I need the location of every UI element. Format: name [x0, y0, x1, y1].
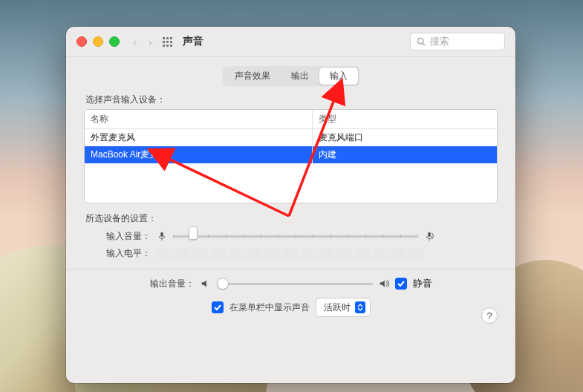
search-icon [417, 37, 426, 46]
table-header: 名称 类型 [85, 110, 497, 129]
window-controls [76, 36, 120, 47]
input-volume-label: 输入音量： [84, 230, 151, 243]
input-level-label: 输入电平： [84, 247, 151, 260]
selected-device-settings-label: 所选设备的设置： [85, 212, 498, 225]
popup-arrows-icon [355, 301, 365, 313]
column-type: 类型 [313, 110, 497, 128]
tab-effects[interactable]: 声音效果 [224, 68, 281, 85]
microphone-low-icon [157, 231, 167, 241]
svg-rect-2 [160, 232, 163, 237]
tab-input[interactable]: 输入 [319, 68, 358, 85]
minimize-button[interactable] [93, 36, 103, 47]
input-device-list[interactable]: 名称 类型 外置麦克风麦克风端口MacBook Air麦克风内建 [84, 109, 498, 203]
help-button[interactable]: ? [481, 307, 498, 324]
input-volume-row: 输入音量： [84, 229, 498, 243]
show-in-menubar-label: 在菜单栏中显示声音 [229, 301, 310, 314]
titlebar: ‹ › 声音 搜索 [66, 27, 515, 57]
speaker-high-icon [379, 278, 389, 289]
input-volume-slider[interactable] [173, 229, 418, 243]
mute-label: 静音 [413, 277, 432, 290]
device-row[interactable]: MacBook Air麦克风内建 [85, 146, 497, 163]
back-button[interactable]: ‹ [133, 36, 137, 48]
menubar-when-popup[interactable]: 活跃时 [316, 298, 371, 317]
menubar-row: 在菜单栏中显示声音 活跃时 [84, 298, 498, 317]
svg-point-0 [418, 39, 424, 45]
output-volume-slider[interactable] [217, 277, 373, 290]
preferences-window: ‹ › 声音 搜索 声音效果输出输入 选择声音输入设备： 名称 类型 外置麦克风… [66, 27, 515, 383]
tab-bar: 声音效果输出输入 [84, 66, 498, 86]
svg-line-1 [423, 43, 425, 45]
divider [66, 269, 515, 270]
zoom-button[interactable] [109, 36, 120, 47]
output-volume-label: 输出音量： [150, 278, 195, 290]
input-level-meter [157, 249, 424, 259]
popup-value: 活跃时 [324, 301, 351, 314]
microphone-high-icon [424, 231, 434, 241]
input-level-row: 输入电平： [84, 247, 498, 260]
column-name: 名称 [85, 110, 313, 128]
close-button[interactable] [76, 36, 87, 47]
tab-output[interactable]: 输出 [281, 68, 319, 85]
forward-button[interactable]: › [149, 36, 152, 48]
device-type: 内建 [313, 146, 497, 163]
show-all-icon[interactable] [163, 37, 172, 47]
device-type: 麦克风端口 [313, 129, 497, 146]
speaker-low-icon [201, 278, 211, 289]
device-name: MacBook Air麦克风 [85, 146, 313, 163]
device-name: 外置麦克风 [85, 129, 313, 146]
select-input-device-label: 选择声音输入设备： [85, 94, 498, 106]
nav-buttons: ‹ › [133, 36, 152, 48]
mute-checkbox[interactable] [395, 278, 407, 290]
svg-rect-4 [428, 232, 431, 237]
output-volume-row: 输出音量： 静音 [84, 277, 498, 290]
show-in-menubar-checkbox[interactable] [212, 301, 224, 313]
window-title: 声音 [183, 35, 203, 48]
search-placeholder: 搜索 [430, 35, 449, 48]
search-field[interactable]: 搜索 [410, 33, 505, 50]
device-row[interactable]: 外置麦克风麦克风端口 [85, 129, 497, 146]
